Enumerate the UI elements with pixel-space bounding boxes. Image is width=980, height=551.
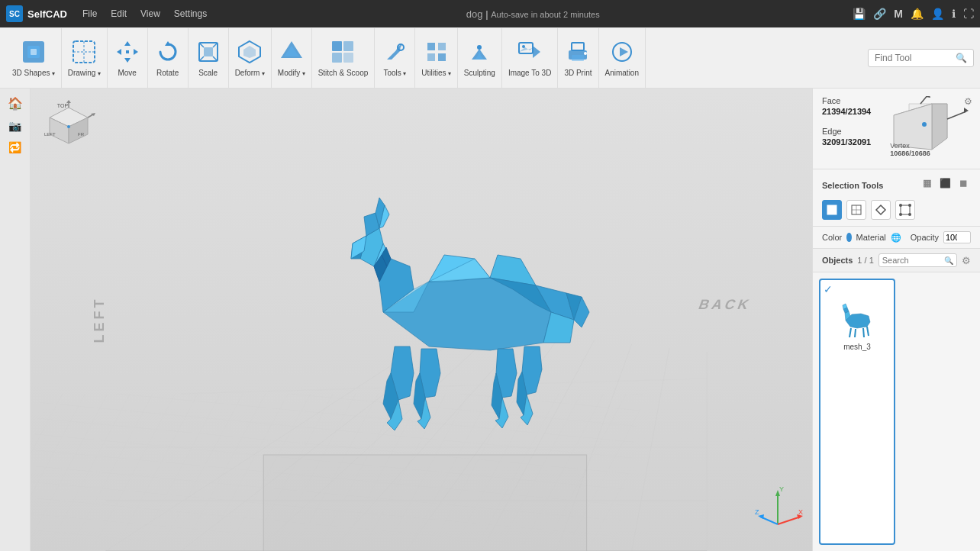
svg-point-126 [899,204,902,207]
edge-label: Edge [822,127,871,136]
objects-count: 1 / 1 [857,256,873,265]
toolbar-drawing[interactable]: Drawing [62,28,108,88]
objects-title: Objects [822,256,853,265]
find-tool-input[interactable] [875,53,951,63]
svg-line-134 [849,328,851,337]
toolbar-modify[interactable]: Modify [272,28,312,88]
bell-icon[interactable]: 🔔 [911,8,924,20]
info-icon[interactable]: ℹ [952,8,956,20]
toolbar-tools[interactable]: Tools [375,28,415,88]
color-picker[interactable] [846,233,851,242]
face-value: 21394/21394 [822,107,871,116]
svg-rect-125 [901,205,910,214]
svg-marker-117 [926,96,930,98]
toolbar-utilities[interactable]: Utilities [415,28,457,88]
logo-icon: SC [6,5,23,22]
tools-label: Tools [383,69,406,77]
m-icon[interactable]: M [894,8,903,20]
menu-edit[interactable]: Edit [105,5,133,22]
sel-icon-3[interactable]: ◼ [956,176,971,191]
opacity-label: Opacity [911,233,939,242]
sculpting-label: Sculpting [464,69,495,77]
utilities-icon [423,38,450,66]
svg-text:Z: Z [755,508,759,516]
rotate-view-button[interactable]: 🔁 [8,141,21,153]
menu-items: File Edit View Settings [76,5,213,22]
toolbar-move[interactable]: Move [108,28,148,88]
horse-model-area [168,150,751,490]
sel-tool-vertex[interactable] [895,200,915,220]
home-button[interactable]: 🏠 [8,96,23,111]
3d-shapes-label: 3D Shapes [12,69,55,77]
opacity-input[interactable] [943,231,971,243]
object-thumbnail [827,295,888,341]
selection-tools-section: Selection Tools ▦ ⬛ ◼ [813,169,980,227]
svg-rect-2 [31,49,37,55]
search-input[interactable] [882,256,942,265]
toolbar-deform[interactable]: Deform [229,28,272,88]
find-tool[interactable]: 🔍 [868,49,974,67]
toolbar-3d-shapes[interactable]: 3D Shapes [6,28,62,88]
tools-icon [381,38,408,66]
left-controls: 🏠 📷 🔁 [0,89,31,551]
object-name: mesh_3 [843,343,871,351]
sel-tool-face[interactable] [822,200,842,220]
svg-rect-25 [343,53,353,63]
svg-rect-22 [332,41,342,51]
svg-line-63 [88,114,93,118]
main-area: 🏠 📷 🔁 [0,89,980,551]
move-label: Move [118,69,136,77]
mesh-info: ⚙ Face 21394/21394 Edge 32091/32091 [813,89,980,169]
svg-marker-115 [964,108,969,113]
document-title: dog | Auto-save in about 2 minutes [222,8,843,20]
fullscreen-icon[interactable]: ⛶ [963,8,974,20]
search-icon[interactable]: 🔍 [944,256,953,265]
toolbar-stitch-scoop[interactable]: Stitch & Scoop [312,28,376,88]
axis-svg: Y X Z [751,482,804,528]
menu-settings[interactable]: Settings [168,5,213,22]
svg-point-118 [922,122,927,127]
sel-icon-2[interactable]: ⬛ [937,176,953,191]
viewport-label-left: LEFT [92,297,108,343]
toolbar-scale[interactable]: Scale [189,28,229,88]
selection-tools-title: Selection Tools [822,181,883,190]
toolbar-3d-print[interactable]: 3D Print [558,28,598,88]
svg-text:FR: FR [78,132,85,137]
objects-settings-icon[interactable]: ⚙ [962,255,971,266]
save-icon[interactable]: 💾 [853,8,866,20]
3d-shapes-icon [20,38,47,66]
app-name: SelfCAD [27,8,67,20]
toolbar-animation[interactable]: Animation [599,28,646,88]
sel-tool-edge[interactable] [871,200,891,220]
sel-tool-mesh[interactable] [846,200,866,220]
menu-view[interactable]: View [134,5,166,22]
object-card-mesh3[interactable]: ✓ [819,279,895,545]
svg-rect-3 [73,41,95,63]
search-box[interactable]: 🔍 [878,253,957,267]
menubar: SC SelfCAD File Edit View Settings dog |… [0,0,980,27]
svg-point-65 [67,125,70,128]
orientation-cube[interactable]: TOP LEFT FR [38,96,99,157]
toolbar-rotate[interactable]: Rotate [148,28,189,88]
svg-rect-120 [829,207,835,213]
viewport[interactable]: TOP LEFT FR LEFT BACK [31,89,812,551]
camera-button[interactable]: 📷 [8,120,21,132]
user-icon[interactable]: 👤 [931,8,944,20]
material-icon[interactable]: 🌐 [891,233,901,243]
toolbar-image-to-3d[interactable]: Image To 3D [502,28,559,88]
sel-icon-1[interactable]: ▦ [919,176,934,191]
stitch-scoop-icon [329,38,356,66]
svg-marker-35 [533,46,540,58]
header-icons: 💾 🔗 M 🔔 👤 ℹ ⛶ [853,8,974,20]
svg-marker-6 [124,41,131,46]
share-icon[interactable]: 🔗 [873,8,886,20]
svg-text:X: X [798,508,803,516]
edge-value: 32091/32091 [822,137,871,147]
stitch-scoop-label: Stitch & Scoop [318,69,369,77]
sculpting-icon [466,38,493,66]
menu-file[interactable]: File [76,5,103,22]
app-logo: SC SelfCAD [6,5,67,22]
toolbar-sculpting[interactable]: Sculpting [458,28,502,88]
animation-icon [608,38,636,66]
svg-rect-37 [572,55,584,61]
